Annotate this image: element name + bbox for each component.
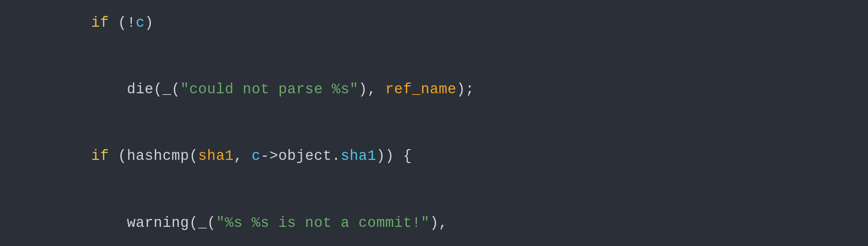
hashcmp-mid: , (234, 148, 252, 164)
hashcmp-line: if (hashcmp(sha1, c->object.sha1)) { (20, 123, 848, 190)
arrow-obj: ->object. (261, 148, 341, 164)
die-line: die(_("could not parse %s"), ref_name); (20, 56, 848, 123)
die-string: "could not parse %s" (180, 81, 358, 98)
c-obj: c (251, 148, 260, 164)
hashcmp-close: )) { (376, 148, 412, 164)
ref-name-arg1: ref_name (385, 81, 457, 98)
code-block: // sample code from commit.c of the Git … (0, 0, 868, 246)
sha1-arg2: sha1 (198, 148, 234, 164)
die-indent: die(_( (55, 81, 180, 98)
die-args: ), (358, 81, 385, 98)
if-cond1: (! (109, 15, 136, 31)
warning-string: "%s %s is not a commit!" (216, 215, 430, 231)
warning-indent: warning(_( (55, 215, 216, 231)
if-kw2: if (55, 148, 109, 164)
hashcmp-open: (hashcmp( (109, 148, 198, 164)
c-var1: c (136, 15, 144, 31)
if-kw1: if (55, 15, 109, 31)
if-close1: ) (145, 15, 154, 31)
if-not-c-line: if (!c) (20, 0, 848, 56)
warning-close: ), (430, 215, 448, 231)
die-close: ); (457, 81, 475, 98)
warning-line: warning(_("%s %s is not a commit!"), (20, 190, 848, 246)
obj-sha1: sha1 (341, 148, 376, 164)
